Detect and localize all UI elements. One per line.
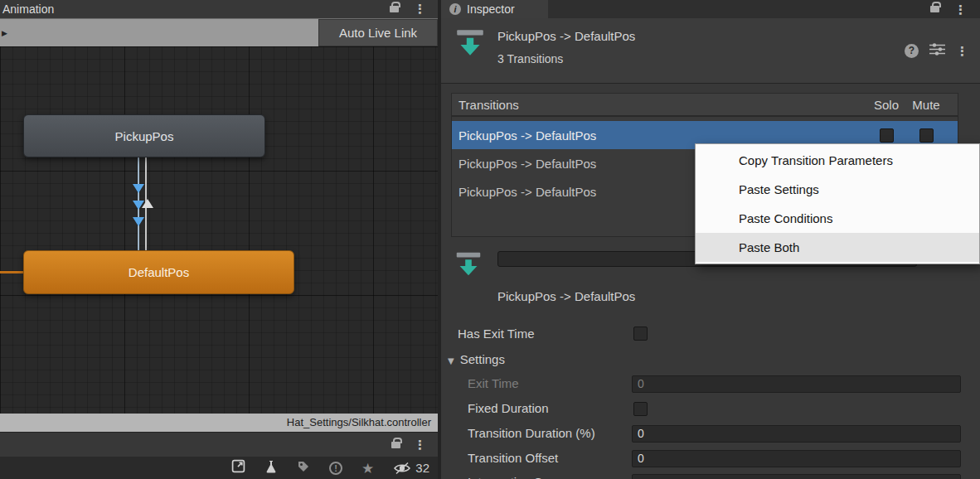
inspector-tabbar: Inspector [441, 0, 980, 18]
settings-foldout[interactable]: Settings [448, 351, 505, 367]
inspector-tab-label: Inspector [467, 2, 515, 16]
tab-inspector[interactable]: Inspector [441, 0, 548, 18]
menu-item-paste-conditions[interactable]: Paste Conditions [696, 204, 979, 233]
beaker-icon[interactable] [264, 460, 278, 477]
mute-column-label: Mute [906, 98, 946, 112]
fixed-duration-checkbox[interactable] [633, 402, 648, 416]
animator-tabbar: Animation [0, 0, 438, 18]
maximize-icon[interactable] [231, 459, 245, 477]
lower-panel-toolbar: 32 [0, 457, 438, 479]
info-icon [449, 3, 461, 15]
inspector-header-icons [905, 18, 968, 83]
transition-detail-label: PickupPos -> DefaultPos [497, 289, 635, 303]
kebab-menu-icon[interactable] [954, 2, 967, 17]
transition-icon [453, 26, 488, 64]
kebab-menu-icon[interactable] [414, 2, 426, 17]
transition-icon [453, 249, 484, 283]
transitions-title: Transitions [458, 98, 866, 112]
default-state-arrow [0, 271, 24, 273]
settings-label: Settings [460, 352, 505, 366]
state-node-defaultpos[interactable]: DefaultPos [23, 250, 294, 294]
scene-visibility-toggle[interactable]: 32 [393, 461, 429, 475]
has-exit-time-checkbox[interactable] [633, 327, 648, 341]
context-menu: Copy Transition Parameters Paste Setting… [695, 143, 980, 264]
unity-editor: Animation Auto Live Link PickupPos Defau… [0, 0, 980, 479]
mute-checkbox[interactable] [919, 128, 934, 143]
auto-live-link-button[interactable]: Auto Live Link [318, 19, 438, 46]
lower-panel-header [0, 432, 438, 457]
fixed-duration-label: Fixed Duration [468, 401, 549, 415]
tag-icon[interactable] [297, 460, 310, 477]
kebab-menu-icon[interactable] [414, 437, 426, 452]
controller-path: Hat_Settings/Silkhat.controller [0, 414, 438, 432]
transition-row-label: PickupPos -> DefaultPos [458, 128, 866, 143]
transition-arrow-down-icon[interactable] [133, 184, 144, 193]
inspector-subtitle: 3 Transitions [497, 52, 563, 65]
state-node-pickuppos[interactable]: PickupPos [23, 114, 265, 157]
animator-toolbar: Auto Live Link [0, 18, 438, 46]
inspector-header: PickupPos -> DefaultPos 3 Transitions [441, 18, 980, 84]
transitions-list-header: Transitions Solo Mute [451, 93, 958, 116]
help-icon[interactable] [905, 44, 919, 58]
foldout-arrow-icon [448, 351, 454, 367]
inspector-title: PickupPos -> DefaultPos [497, 29, 635, 43]
state-node-label: DefaultPos [129, 265, 189, 279]
menu-item-paste-settings[interactable]: Paste Settings [696, 175, 979, 204]
transition-offset-field[interactable]: 0 [632, 450, 961, 467]
animator-panel: Animation Auto Live Link PickupPos Defau… [0, 0, 438, 479]
transition-arrow-down-icon[interactable] [133, 217, 144, 226]
interruption-source-label: Interruption Source [468, 475, 574, 479]
hidden-count: 32 [415, 461, 429, 475]
exit-time-field[interactable]: 0 [632, 375, 961, 393]
lock-icon[interactable] [930, 6, 939, 12]
transition-arrow-up-icon[interactable] [142, 199, 153, 208]
transition-duration-field[interactable]: 0 [632, 425, 961, 443]
has-exit-time-label: Has Exit Time [458, 327, 535, 341]
menu-item-paste-both[interactable]: Paste Both [696, 233, 979, 262]
lock-icon[interactable] [390, 6, 399, 12]
animator-graph[interactable]: PickupPos DefaultPos Hat_Settings/Silkha… [0, 46, 438, 432]
solo-checkbox[interactable] [880, 128, 894, 143]
warning-icon[interactable] [329, 462, 342, 475]
interruption-source-dropdown[interactable] [632, 474, 961, 479]
star-icon[interactable] [361, 460, 374, 477]
state-node-label: PickupPos [115, 129, 174, 143]
animator-tab[interactable]: Animation [2, 2, 54, 16]
transition-offset-label: Transition Offset [468, 451, 558, 465]
transition-duration-label: Transition Duration (%) [468, 426, 595, 440]
kebab-menu-icon[interactable] [956, 43, 968, 59]
presets-icon[interactable] [929, 43, 945, 59]
menu-item-copy-transition-parameters[interactable]: Copy Transition Parameters [696, 146, 979, 175]
hidden-eye-icon [393, 462, 411, 475]
exit-time-label: Exit Time [468, 376, 519, 390]
solo-column-label: Solo [866, 98, 906, 112]
lock-icon[interactable] [391, 442, 400, 448]
